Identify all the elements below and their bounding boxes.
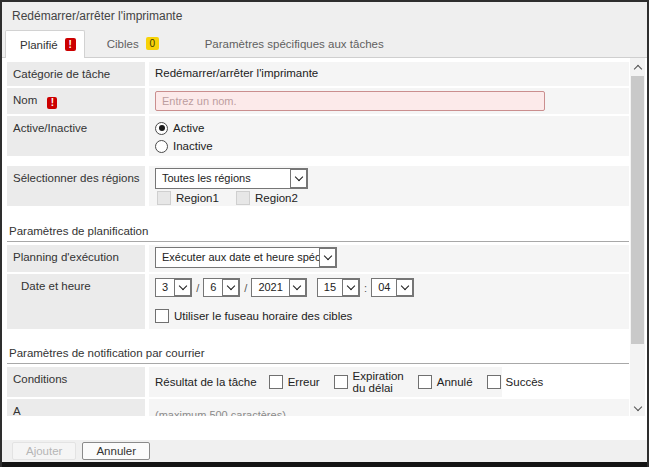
category-label: Catégorie de tâche xyxy=(7,62,145,86)
annule-checkbox-line[interactable]: Annulé xyxy=(418,375,473,389)
annule-label: Annulé xyxy=(437,376,473,388)
name-label: Nom xyxy=(13,94,37,106)
date-part1-value: 3 xyxy=(156,279,174,296)
to-row: A (maximum 500 caractères) xyxy=(7,399,629,416)
schedule-section-title: Paramètres de planification xyxy=(7,219,629,242)
regions-row: Sélectionner des régions Toutes les régi… xyxy=(7,166,629,206)
radio-active-icon[interactable] xyxy=(155,122,168,135)
vertical-scrollbar[interactable] xyxy=(630,58,645,416)
dialog-title-bar: Redémarrer/arrêter l'imprimante xyxy=(2,2,647,30)
datetime-label: Date et heure xyxy=(7,274,145,329)
category-value: Redémarrer/arrêter l'imprimante xyxy=(149,62,629,86)
count-badge: 0 xyxy=(146,37,159,50)
schedule-select[interactable]: Exécuter aux date et heure spécifiées xyxy=(155,247,337,268)
succes-checkbox-line[interactable]: Succès xyxy=(487,375,544,389)
schedule-row: Planning d'exécution Exécuter aux date e… xyxy=(7,245,629,272)
succes-label: Succès xyxy=(506,376,544,388)
time-separator: : xyxy=(364,282,367,294)
region2-label: Region2 xyxy=(255,192,298,204)
scroll-down-arrow-icon[interactable] xyxy=(630,401,645,416)
tab-parametres-specifiques[interactable]: Paramètres spécifiques aux tâches xyxy=(195,30,394,57)
conditions-label: Conditions xyxy=(7,367,145,397)
schedule-label: Planning d'exécution xyxy=(7,245,145,272)
dialog-footer: Ajouter Annuler xyxy=(2,440,647,462)
radio-inactive[interactable]: Inactive xyxy=(155,138,623,154)
mail-section-title: Paramètres de notification par courrier xyxy=(7,341,629,364)
active-inactive-label: Active/Inactive xyxy=(7,116,145,156)
erreur-checkbox-line[interactable]: Erreur xyxy=(269,375,320,389)
cancel-button[interactable]: Annuler xyxy=(82,442,150,460)
date-separator: / xyxy=(244,282,247,294)
tab-bar: Planifié ! Cibles 0 Paramètres spécifiqu… xyxy=(2,30,647,58)
task-dialog: Redémarrer/arrêter l'imprimante Planifié… xyxy=(0,0,649,467)
conditions-row: Conditions Résultat de la tâche Erreur E… xyxy=(7,367,629,397)
to-label: A xyxy=(7,399,145,416)
date-part2-value: 6 xyxy=(204,279,222,296)
chevron-down-icon xyxy=(319,248,336,267)
to-hint: (maximum 500 caractères) xyxy=(155,409,623,416)
schedule-select-value: Exécuter aux date et heure spécifiées xyxy=(156,248,319,267)
date-part2-select[interactable]: 6 xyxy=(203,278,240,297)
radio-inactive-icon[interactable] xyxy=(155,140,168,153)
timezone-checkbox-label: Utiliser le fuseau horaire des cibles xyxy=(174,310,352,322)
erreur-label: Erreur xyxy=(288,376,320,388)
add-button[interactable]: Ajouter xyxy=(12,442,76,460)
date-year-select[interactable]: 2021 xyxy=(251,278,306,297)
timezone-checkbox-line[interactable]: Utiliser le fuseau horaire des cibles xyxy=(155,309,352,323)
datetime-row: Date et heure 3 / 6 / xyxy=(7,274,629,329)
chevron-down-icon xyxy=(342,279,359,296)
form-scroll-area: Catégorie de tâche Redémarrer/arrêter l'… xyxy=(2,58,647,416)
regions-select[interactable]: Toutes les régions xyxy=(155,168,308,189)
region1-checkbox[interactable] xyxy=(157,191,171,205)
region1-label: Region1 xyxy=(176,192,219,204)
radio-inactive-label: Inactive xyxy=(173,140,213,152)
chevron-down-icon xyxy=(289,279,306,296)
conditions-prefix: Résultat de la tâche xyxy=(155,376,257,388)
date-separator: / xyxy=(196,282,199,294)
tab-cibles[interactable]: Cibles 0 xyxy=(97,30,169,57)
name-row: Nom ! xyxy=(7,88,629,114)
scrollbar-thumb[interactable] xyxy=(631,76,644,344)
hour-value: 15 xyxy=(318,279,342,296)
tab-parametres-label: Paramètres spécifiques aux tâches xyxy=(205,38,384,50)
chevron-down-icon xyxy=(174,279,191,296)
tab-planifie-label: Planifié xyxy=(20,39,58,51)
active-inactive-row: Active/Inactive Active Inactive xyxy=(7,116,629,156)
expiration-label: Expiration du délai xyxy=(353,370,404,394)
tab-cibles-label: Cibles xyxy=(107,38,139,50)
radio-active-label: Active xyxy=(173,122,204,134)
window-bottom-edge xyxy=(2,462,647,467)
name-error-badge: ! xyxy=(47,97,57,109)
date-part1-select[interactable]: 3 xyxy=(155,278,192,297)
succes-checkbox[interactable] xyxy=(487,375,501,389)
expiration-checkbox-line[interactable]: Expiration du délai xyxy=(334,370,404,394)
tab-planifie[interactable]: Planifié ! xyxy=(5,30,85,58)
hour-select[interactable]: 15 xyxy=(317,278,360,297)
timezone-checkbox[interactable] xyxy=(155,309,169,323)
regions-select-value: Toutes les régions xyxy=(156,169,290,188)
error-badge: ! xyxy=(65,38,76,51)
scroll-up-arrow-icon[interactable] xyxy=(630,60,645,75)
annule-checkbox[interactable] xyxy=(418,375,432,389)
name-label-cell: Nom ! xyxy=(7,88,145,114)
regions-label: Sélectionner des régions xyxy=(7,166,145,206)
region2-checkbox-line[interactable]: Region2 xyxy=(236,191,298,205)
minute-value: 04 xyxy=(372,279,396,296)
minute-select[interactable]: 04 xyxy=(371,278,414,297)
chevron-down-icon xyxy=(290,169,307,188)
dialog-title: Redémarrer/arrêter l'imprimante xyxy=(12,9,182,23)
expiration-checkbox[interactable] xyxy=(334,375,348,389)
category-row: Catégorie de tâche Redémarrer/arrêter l'… xyxy=(7,62,629,86)
chevron-down-icon xyxy=(222,279,239,296)
date-year-value: 2021 xyxy=(252,279,288,296)
name-input[interactable] xyxy=(155,91,545,111)
erreur-checkbox[interactable] xyxy=(269,375,283,389)
region1-checkbox-line[interactable]: Region1 xyxy=(157,191,219,205)
chevron-down-icon xyxy=(396,279,413,296)
region2-checkbox[interactable] xyxy=(236,191,250,205)
content-footer-gap xyxy=(2,416,647,440)
radio-active[interactable]: Active xyxy=(155,120,623,136)
